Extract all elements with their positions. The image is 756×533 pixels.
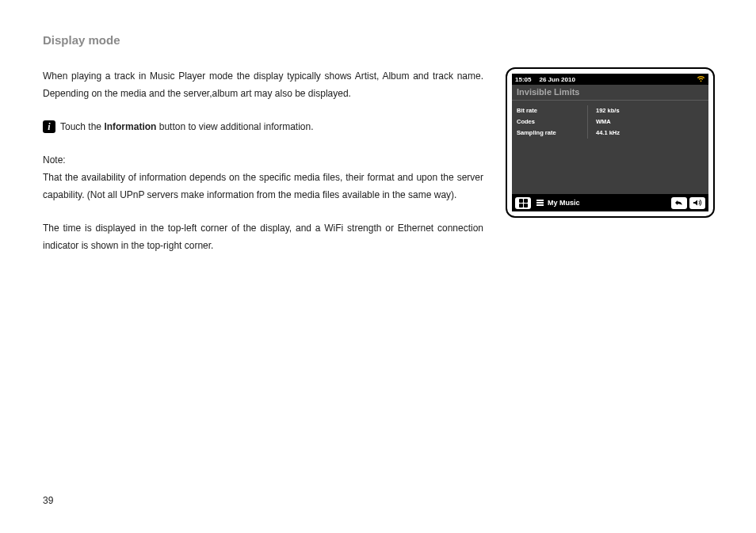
status-date: 26 Jun 2010	[539, 76, 697, 83]
row-value: WMA	[588, 116, 611, 128]
table-row: Codes WMA	[517, 116, 704, 128]
section-title: Display mode	[43, 33, 713, 47]
back-icon	[674, 199, 684, 207]
status-time: 15:05	[515, 76, 531, 83]
row-label: Bit rate	[517, 105, 588, 116]
home-button[interactable]	[515, 197, 531, 209]
status-bar: 15:05 26 Jun 2010	[512, 74, 708, 85]
device-mock: 15:05 26 Jun 2010 Invisible Limits Bit r…	[506, 67, 715, 218]
row-value: 192 kb/s	[588, 105, 620, 116]
wifi-icon	[697, 75, 705, 84]
track-info-table: Bit rate 192 kb/s Codes WMA Sampling rat…	[512, 101, 708, 194]
information-icon: i	[43, 120, 55, 133]
grid-icon	[519, 199, 528, 207]
mode-section[interactable]: My Music	[533, 199, 669, 207]
info-instruction: i Touch the Information button to view a…	[43, 118, 483, 135]
device-screen: 15:05 26 Jun 2010 Invisible Limits Bit r…	[512, 74, 708, 211]
info-suffix: button to view additional information.	[156, 121, 313, 132]
info-bold: Information	[104, 121, 156, 132]
row-label: Sampling rate	[517, 128, 588, 139]
row-label: Codes	[517, 116, 588, 128]
table-row: Sampling rate 44.1 kHz	[517, 128, 704, 139]
volume-icon	[693, 199, 702, 207]
table-row: Bit rate 192 kb/s	[517, 105, 704, 116]
bottom-bar: My Music	[512, 194, 708, 211]
paragraph-4: The time is displayed in the top-left co…	[43, 219, 483, 254]
note-block: Note: That the availability of informati…	[43, 151, 483, 204]
content-wrap: When playing a track in Music Player mod…	[43, 67, 713, 270]
track-title: Invisible Limits	[512, 85, 708, 101]
menu-icon	[536, 200, 544, 206]
device-column: 15:05 26 Jun 2010 Invisible Limits Bit r…	[506, 67, 715, 270]
text-column: When playing a track in Music Player mod…	[43, 67, 483, 270]
row-value: 44.1 kHz	[588, 128, 620, 139]
page-number: 39	[43, 495, 53, 506]
info-prefix: Touch the	[60, 121, 104, 132]
paragraph-1: When playing a track in Music Player mod…	[43, 67, 483, 102]
mode-label: My Music	[548, 199, 580, 207]
paragraph-3: That the availability of information dep…	[43, 172, 483, 200]
info-text: Touch the Information button to view add…	[60, 118, 314, 135]
note-label: Note:	[43, 154, 66, 166]
volume-button[interactable]	[689, 197, 705, 209]
back-button[interactable]	[671, 197, 687, 209]
